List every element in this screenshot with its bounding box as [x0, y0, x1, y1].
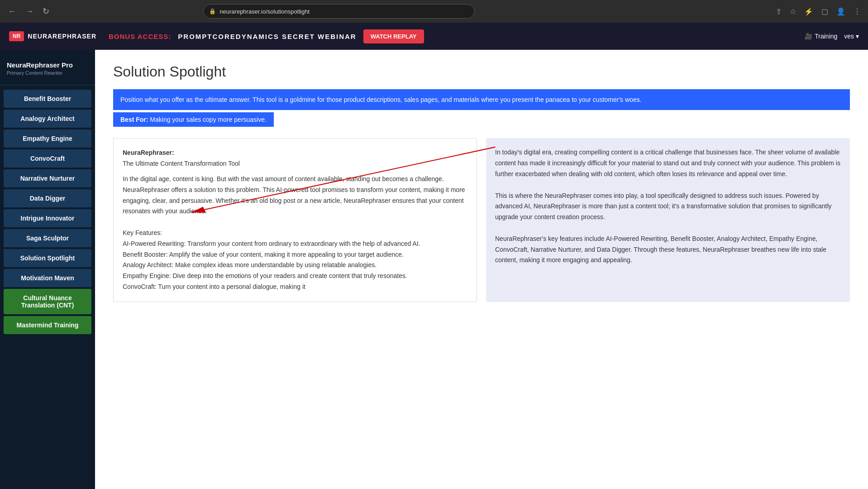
logo-icon: NR [9, 31, 24, 41]
two-col-content: NeuraRephraser: The Ultimate Content Tra… [113, 138, 850, 302]
sidebar-item-mastermind-training[interactable]: Mastermind Training [4, 316, 91, 334]
main-layout: NeuraRephraser Pro Primary Content Rewri… [0, 50, 868, 489]
sidebar-item-convocraft[interactable]: ConvoCraft [4, 149, 91, 168]
sidebar-item-narrative-nurturer[interactable]: Narrative Nurturer [4, 169, 91, 187]
reload-button[interactable]: ↻ [40, 5, 52, 18]
sidebar-item-intrigue-innovator[interactable]: Intrigue Innovator [4, 209, 91, 227]
video-icon: 🎥 [805, 33, 812, 40]
left-panel-intro: NeuraRephraser: The Ultimate Content Tra… [123, 148, 467, 169]
sidebar-item-solution-spotlight[interactable]: Solution Spotlight [4, 249, 91, 267]
menu-icon[interactable]: ⋮ [852, 5, 863, 18]
sidebar-item-empathy-engine[interactable]: Empathy Engine [4, 129, 91, 148]
bonus-label: BONUS ACCESS: [109, 33, 171, 40]
page-title: Solution Spotlight [113, 63, 850, 80]
left-content-panel: NeuraRephraser: The Ultimate Content Tra… [113, 138, 477, 302]
sidebar: NeuraRephraser Pro Primary Content Rewri… [0, 50, 95, 489]
left-panel-body: In the digital age, content is king. But… [123, 174, 467, 292]
sidebar-item-cultural-nuance[interactable]: Cultural Nuance Translation (CNT) [4, 289, 91, 314]
content-area: Solution Spotlight Position what you off… [95, 50, 868, 489]
sidebar-item-data-digger[interactable]: Data Digger [4, 189, 91, 207]
right-content-panel: In today's digital era, creating compell… [486, 138, 850, 302]
header-right: 🎥 Training ves ▾ [805, 33, 859, 40]
content-with-arrow: NeuraRephraser: The Ultimate Content Tra… [113, 138, 850, 302]
header-banner: BONUS ACCESS: PROMPTCOREDYNAMICS SECRET … [109, 29, 796, 43]
app-header: NR NEURAREPHRASER BONUS ACCESS: PROMPTCO… [0, 23, 868, 50]
sidebar-item-analogy-architect[interactable]: Analogy Architect [4, 110, 91, 128]
url-text: neurarephraser.io/solutionspotlight [219, 8, 310, 15]
sidebar-item-motivation-maven[interactable]: Motivation Maven [4, 269, 91, 287]
watch-replay-button[interactable]: WATCH REPLAY [363, 29, 424, 43]
extensions-icon[interactable]: ⚡ [802, 5, 815, 18]
right-panel-body: In today's digital era, creating compell… [495, 147, 841, 266]
webinar-text: PROMPTCOREDYNAMICS SECRET WEBINAR [178, 33, 356, 40]
logo-area: NR NEURAREPHRASER [9, 31, 100, 41]
user-menu[interactable]: ves ▾ [844, 33, 859, 40]
sidebar-item-benefit-booster[interactable]: Benefit Booster [4, 90, 91, 108]
browser-chrome: ← → ↻ 🔒 neurarephraser.io/solutionspotli… [0, 0, 868, 23]
profile-icon[interactable]: 👤 [835, 5, 847, 18]
url-bar[interactable]: 🔒 neurarephraser.io/solutionspotlight [203, 4, 475, 19]
share-icon[interactable]: ⇧ [774, 5, 783, 18]
sidebar-app-subtitle: Primary Content Rewriter [7, 70, 88, 76]
forward-button[interactable]: → [23, 5, 36, 18]
panel-title-label: NeuraRephraser: [123, 149, 174, 156]
logo-text: NEURAREPHRASER [28, 33, 96, 40]
training-link[interactable]: 🎥 Training [805, 33, 837, 40]
panel-title: The Ultimate Content Transformation Tool [123, 160, 240, 167]
best-for-highlight: Best For: Making your sales copy more pe… [113, 112, 850, 127]
bookmark-icon[interactable]: ☆ [788, 5, 798, 18]
split-icon[interactable]: ▢ [820, 5, 830, 18]
sidebar-header: NeuraRephraser Pro Primary Content Rewri… [0, 54, 95, 85]
best-for-label: Best For: [120, 116, 148, 123]
description-highlight: Position what you offer as the ultimate … [113, 89, 850, 110]
browser-actions: ⇧ ☆ ⚡ ▢ 👤 ⋮ [774, 5, 863, 18]
lock-icon: 🔒 [209, 8, 216, 14]
sidebar-item-saga-sculptor[interactable]: Saga Sculptor [4, 229, 91, 247]
sidebar-app-title: NeuraRephraser Pro [7, 61, 88, 69]
best-for-text: Making your sales copy more persuasive. [150, 116, 267, 123]
back-button[interactable]: ← [5, 5, 19, 18]
